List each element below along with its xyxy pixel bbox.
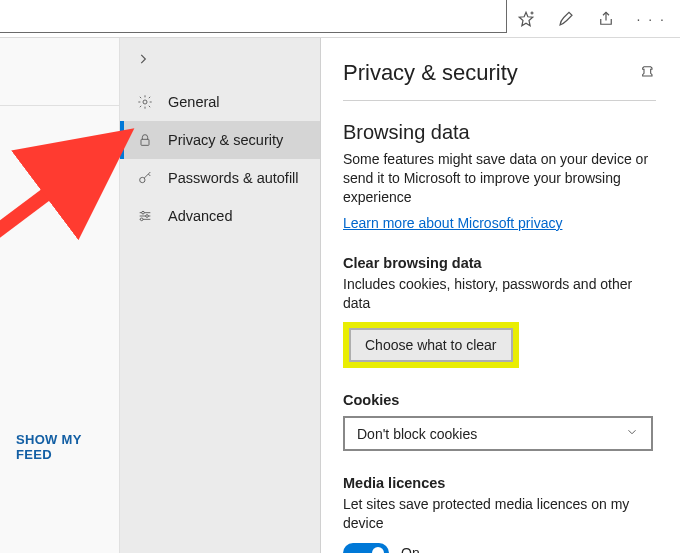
- media-licences-description: Let sites save protected media licences …: [343, 495, 656, 533]
- browsing-data-heading: Browsing data: [343, 121, 656, 144]
- lock-icon: [136, 132, 154, 148]
- cookies-dropdown[interactable]: Don't block cookies: [343, 416, 653, 451]
- panel-title: Privacy & security: [343, 60, 518, 86]
- sidebar-item-label: Privacy & security: [168, 132, 283, 148]
- svg-rect-4: [141, 139, 149, 145]
- svg-point-9: [142, 211, 145, 214]
- pen-icon[interactable]: [557, 10, 575, 28]
- share-icon[interactable]: [597, 10, 615, 28]
- cookies-dropdown-value: Don't block cookies: [357, 426, 477, 442]
- sidebar-item-label: General: [168, 94, 220, 110]
- settings-sidebar: General Privacy & security Passwords & a…: [120, 38, 321, 553]
- annotation-highlight: Choose what to clear: [343, 322, 519, 368]
- sidebar-item-label: Advanced: [168, 208, 233, 224]
- clear-browsing-data-description: Includes cookies, history, passwords and…: [343, 275, 656, 313]
- show-my-feed-link[interactable]: SHOW MY FEED: [16, 432, 119, 462]
- back-button[interactable]: [120, 38, 320, 83]
- svg-marker-0: [519, 12, 533, 26]
- sliders-icon: [136, 208, 154, 224]
- pin-icon[interactable]: [640, 64, 656, 83]
- choose-what-to-clear-button[interactable]: Choose what to clear: [349, 328, 513, 362]
- toolbar-icons: · · ·: [515, 0, 680, 37]
- svg-point-10: [146, 215, 149, 218]
- favorites-icon[interactable]: [517, 10, 535, 28]
- svg-point-5: [140, 177, 145, 182]
- sidebar-item-general[interactable]: General: [120, 83, 320, 121]
- panel-header: Privacy & security: [343, 60, 656, 101]
- svg-point-11: [140, 218, 143, 221]
- privacy-learn-more-link[interactable]: Learn more about Microsoft privacy: [343, 215, 562, 231]
- settings-panel: Privacy & security Browsing data Some fe…: [321, 38, 680, 553]
- sidebar-item-label: Passwords & autofill: [168, 170, 299, 186]
- page-background: SHOW MY FEED: [0, 38, 120, 553]
- divider: [0, 105, 120, 106]
- chevron-down-icon: [625, 425, 639, 442]
- media-licences-toggle-row: On: [343, 543, 656, 553]
- media-licences-toggle[interactable]: [343, 543, 389, 553]
- cookies-heading: Cookies: [343, 392, 656, 408]
- media-licences-heading: Media licences: [343, 475, 656, 491]
- more-icon[interactable]: · · ·: [637, 11, 666, 27]
- toggle-label: On: [401, 545, 420, 553]
- browser-toolbar: · · ·: [0, 0, 680, 38]
- address-bar[interactable]: [0, 0, 507, 33]
- sidebar-item-privacy-security[interactable]: Privacy & security: [120, 121, 320, 159]
- gear-icon: [136, 94, 154, 110]
- key-icon: [136, 170, 154, 186]
- sidebar-item-advanced[interactable]: Advanced: [120, 197, 320, 235]
- svg-point-3: [143, 100, 147, 104]
- browsing-data-description: Some features might save data on your de…: [343, 150, 656, 207]
- clear-browsing-data-heading: Clear browsing data: [343, 255, 656, 271]
- sidebar-item-passwords-autofill[interactable]: Passwords & autofill: [120, 159, 320, 197]
